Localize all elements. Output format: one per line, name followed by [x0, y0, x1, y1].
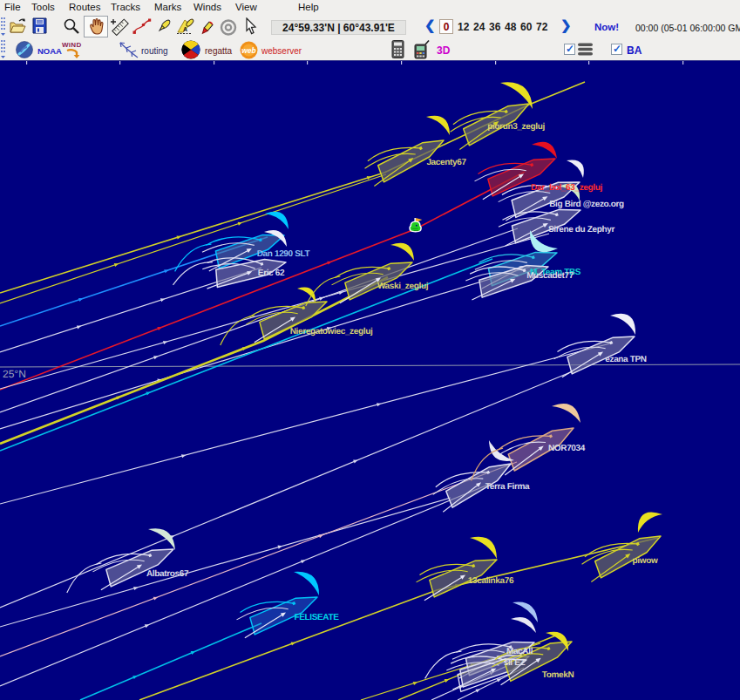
svg-text:TomekN: TomekN: [542, 670, 574, 680]
svg-text:piwow: piwow: [633, 556, 658, 566]
svg-text:piorun3_zegluj: piorun3_zegluj: [487, 122, 545, 132]
svg-text:Eric 62: Eric 62: [258, 268, 285, 278]
svg-text:Dan 1290 SLT: Dan 1290 SLT: [257, 249, 310, 259]
svg-text:Dar_bol_63_zegluj: Dar_bol_63_zegluj: [531, 183, 602, 193]
svg-text:Jacenty67: Jacenty67: [426, 158, 466, 167]
svg-text:ezana TPN: ezana TPN: [605, 355, 647, 364]
svg-text:FELISEATE: FELISEATE: [294, 613, 339, 622]
svg-text:web: web: [241, 46, 256, 55]
svg-text:Nieregatowiec_zegluj: Nieregatowiec_zegluj: [290, 327, 373, 336]
svg-text:Waski_zegluj: Waski_zegluj: [377, 282, 429, 291]
svg-text:Sirene du Zephyr: Sirene du Zephyr: [548, 225, 615, 234]
svg-text:Terra Firma: Terra Firma: [485, 482, 530, 492]
svg-text:A: A: [183, 26, 187, 32]
svg-text:MacAll: MacAll: [506, 647, 533, 656]
svg-text:25°N: 25°N: [3, 368, 26, 380]
svg-text:NOR7034: NOR7034: [548, 444, 586, 453]
svg-text:Albatros67: Albatros67: [146, 569, 189, 579]
svg-text:Big Bird @zezo.org: Big Bird @zezo.org: [549, 200, 624, 209]
svg-text:13calinka76: 13calinka76: [468, 576, 514, 586]
svg-text:sll EZ: sll EZ: [504, 658, 526, 668]
svg-text:Muscadet77: Muscadet77: [526, 271, 574, 281]
